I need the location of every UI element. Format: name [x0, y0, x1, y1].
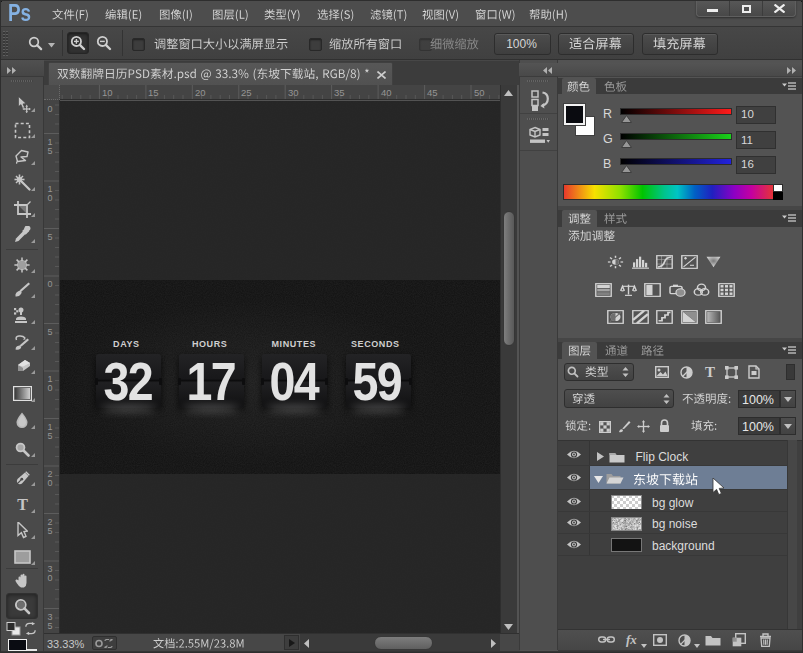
- svg-text:T: T: [17, 497, 28, 512]
